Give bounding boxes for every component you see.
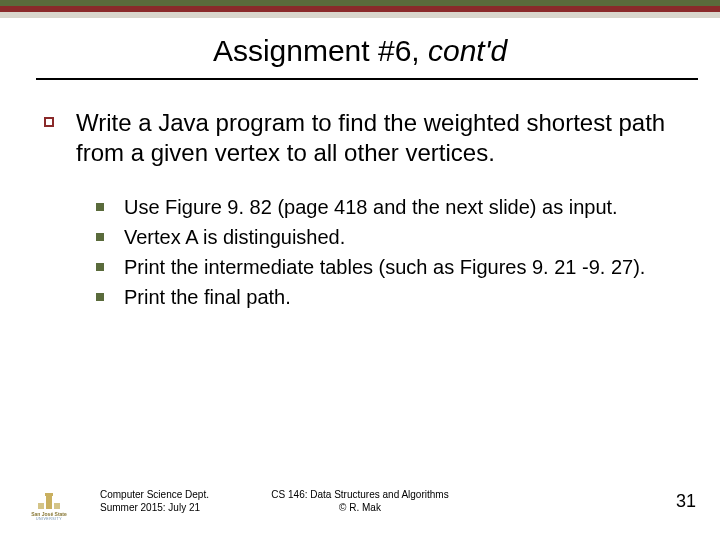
page-number: 31: [676, 491, 696, 512]
slide-title: Assignment #6, cont'd: [0, 34, 720, 68]
top-border-bands: [0, 0, 720, 18]
square-bullet-icon: [96, 203, 104, 211]
sub-bullet-row: Use Figure 9. 82 (page 418 and the next …: [96, 194, 688, 220]
hollow-square-bullet-icon: [44, 117, 54, 127]
square-bullet-icon: [96, 233, 104, 241]
square-bullet-icon: [96, 263, 104, 271]
title-prefix: Assignment #6,: [213, 34, 428, 67]
sub-bullet-list: Use Figure 9. 82 (page 418 and the next …: [96, 194, 688, 310]
logo-subtitle: UNIVERSITY: [36, 517, 62, 521]
sub-bullet-row: Vertex A is distinguished.: [96, 224, 688, 250]
sub-bullet-row: Print the intermediate tables (such as F…: [96, 254, 688, 280]
footer-course: CS 146: Data Structures and Algorithms: [0, 489, 720, 502]
main-bullet-row: Write a Java program to find the weighte…: [44, 108, 688, 168]
footer-center-text: CS 146: Data Structures and Algorithms ©…: [0, 489, 720, 514]
square-bullet-icon: [96, 293, 104, 301]
sub-bullet-text: Use Figure 9. 82 (page 418 and the next …: [124, 194, 618, 220]
title-emph: cont'd: [428, 34, 507, 67]
sub-bullet-text: Print the intermediate tables (such as F…: [124, 254, 645, 280]
sub-bullet-row: Print the final path.: [96, 284, 688, 310]
slide-title-wrap: Assignment #6, cont'd: [0, 34, 720, 68]
title-underline: [36, 78, 698, 80]
sub-bullet-text: Vertex A is distinguished.: [124, 224, 345, 250]
content-area: Write a Java program to find the weighte…: [44, 108, 688, 314]
footer-copyright: © R. Mak: [0, 502, 720, 515]
footer: San José State UNIVERSITY Computer Scien…: [0, 484, 720, 526]
sub-bullet-text: Print the final path.: [124, 284, 291, 310]
main-bullet-text: Write a Java program to find the weighte…: [76, 108, 688, 168]
